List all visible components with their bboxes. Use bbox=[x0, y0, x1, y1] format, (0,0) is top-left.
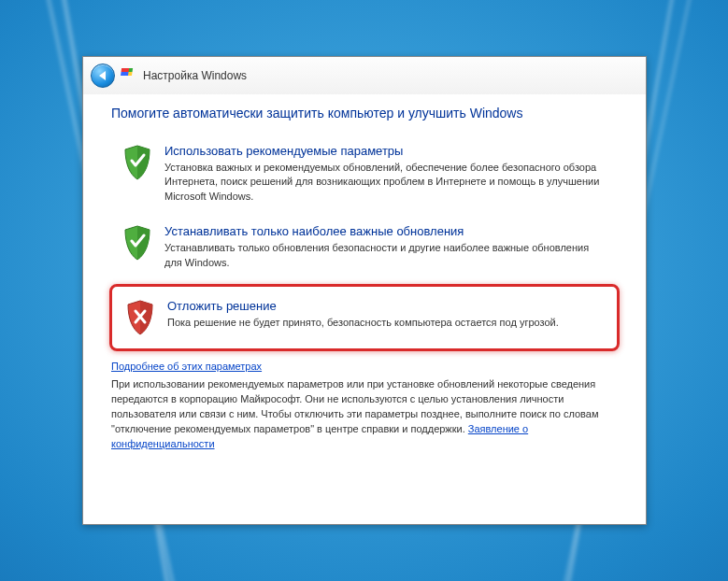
footnote-text: При использовании рекомендуемых параметр… bbox=[111, 377, 618, 452]
option-desc: Устанавливать только обновления безопасн… bbox=[164, 241, 606, 270]
window-title: Настройка Windows bbox=[143, 69, 247, 82]
highlighted-option-frame: Отложить решение Пока решение не будет п… bbox=[109, 284, 620, 351]
option-important-only[interactable]: Устанавливать только наиболее важные обн… bbox=[111, 214, 618, 280]
windows-flag-icon bbox=[120, 68, 136, 83]
page-heading: Помогите автоматически защитить компьюте… bbox=[111, 106, 618, 120]
window-header: Настройка Windows bbox=[83, 57, 646, 94]
setup-window: Настройка Windows Помогите автоматически… bbox=[82, 56, 647, 525]
shield-check-icon bbox=[121, 224, 153, 262]
option-text: Устанавливать только наиболее важные обн… bbox=[164, 224, 606, 270]
option-text: Использовать рекомендуемые параметры Уст… bbox=[164, 144, 606, 204]
option-desc: Установка важных и рекомендуемых обновле… bbox=[164, 161, 606, 204]
more-info-link[interactable]: Подробнее об этих параметрах bbox=[111, 361, 262, 372]
option-desc: Пока решение не будет принято, безопасно… bbox=[167, 316, 559, 330]
shield-cross-icon bbox=[124, 299, 156, 336]
shield-check-icon bbox=[121, 144, 153, 181]
option-title: Отложить решение bbox=[167, 299, 559, 313]
option-title: Использовать рекомендуемые параметры bbox=[164, 144, 606, 158]
option-text: Отложить решение Пока решение не будет п… bbox=[167, 299, 559, 330]
option-recommended[interactable]: Использовать рекомендуемые параметры Уст… bbox=[111, 134, 618, 214]
back-arrow-icon bbox=[99, 71, 106, 80]
option-ask-later[interactable]: Отложить решение Пока решение не будет п… bbox=[121, 294, 607, 341]
option-title: Устанавливать только наиболее важные обн… bbox=[164, 224, 606, 238]
content-area: Помогите автоматически защитить компьюте… bbox=[83, 94, 646, 524]
back-button[interactable] bbox=[91, 64, 115, 88]
